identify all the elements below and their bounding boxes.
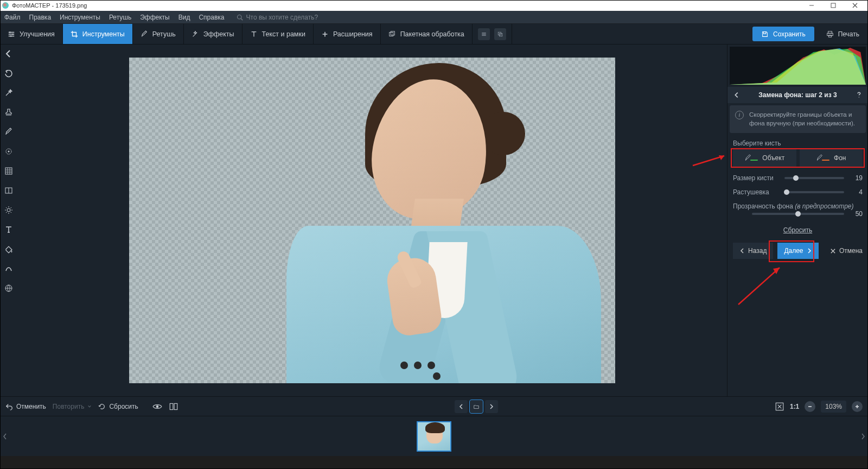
tab-batch[interactable]: Пакетная обработка [381,24,473,44]
reset-icon [98,403,106,410]
brush-selector: Объект Фон [727,149,868,167]
panel-back-icon[interactable] [733,91,741,99]
app-title: ФотоМАСТЕР - 173519.png [12,2,87,9]
vertical-toolbar [0,45,17,396]
menu-file[interactable]: Файл [4,14,21,21]
target-icon[interactable] [4,147,14,156]
menu-view[interactable]: Вид [178,14,190,21]
bucket-icon[interactable] [4,244,14,254]
chevron-right-icon [807,248,812,253]
brush-bg-button[interactable]: Фон [800,149,863,167]
panel-hint: i Скорректируйте границы объекта и фона … [730,105,866,133]
status-bar: Отменить Повторить Сбросить 1:1 103% [0,396,868,416]
save-icon [761,30,769,38]
reset-button[interactable]: Сбросить [98,403,138,410]
back-arrow-icon[interactable] [4,49,14,59]
compare-icon[interactable] [169,402,178,411]
menu-effects[interactable]: Эффекты [140,14,170,21]
filmstrip-prev[interactable] [0,416,10,456]
crop-icon [71,30,78,38]
search-placeholder[interactable]: Что вы хотите сделать? [246,14,318,21]
tab-effects[interactable]: Эффекты [184,24,242,44]
panel-nav-row: Назад Далее Отмена [727,239,868,262]
stamp-icon[interactable] [4,107,14,117]
brush-tool-icon[interactable] [4,127,14,137]
zoom-in-button[interactable] [852,401,863,412]
text-icon [250,30,258,38]
tab-tools[interactable]: Инструменты [63,24,133,44]
cancel-button[interactable]: Отмена [830,247,863,255]
subject-portrait [265,58,601,383]
next-button[interactable]: Далее [777,243,818,259]
help-icon[interactable] [855,91,863,99]
svg-point-20 [7,208,10,212]
tab-text-frames[interactable]: Текст и рамки [242,24,314,44]
zoom-out-button[interactable] [805,401,815,412]
svg-point-8 [10,35,12,37]
svg-point-4 [237,15,241,19]
main-toolbar: Улучшения Инструменты Ретушь Эффекты Тек… [0,24,868,45]
thumbnail-selected[interactable] [417,421,451,452]
bg-stroke [822,160,829,161]
menu-help[interactable]: Справка [199,14,224,21]
compare-icon[interactable] [4,186,14,195]
wand-icon [192,30,199,38]
svg-rect-1 [831,3,835,8]
save-button[interactable]: Сохранить [752,27,814,41]
maximize-button[interactable] [822,0,844,11]
copy-settings-icon[interactable] [494,28,506,40]
reset-link[interactable]: Сбросить [727,226,868,234]
image-nav [455,400,498,413]
globe-icon[interactable] [4,283,14,293]
open-folder-button[interactable] [470,400,483,413]
fit-screen-icon[interactable] [775,402,784,411]
canvas-area[interactable] [17,45,727,396]
histogram [730,47,866,85]
slider-brush-size[interactable]: Размер кисти 19 [727,171,868,185]
preview-eye-icon[interactable] [152,402,162,411]
panel-header: Замена фона: шаг 2 из 3 [727,87,868,103]
app-icon [2,2,9,9]
svg-rect-9 [389,32,393,36]
print-button[interactable]: Печать [818,24,868,44]
presets-icon[interactable] [478,28,490,40]
tab-enhancements[interactable]: Улучшения [0,24,63,44]
redo-icon[interactable] [4,68,14,78]
next-image-button[interactable] [485,400,498,413]
svg-line-24 [738,268,780,305]
image-canvas[interactable] [129,58,615,383]
sliders-icon [8,30,15,38]
svg-rect-28 [174,403,177,409]
filmstrip-next[interactable] [858,416,868,456]
menu-edit[interactable]: Правка [29,14,52,21]
info-icon: i [735,111,744,119]
svg-marker-25 [773,268,780,274]
prev-image-button[interactable] [455,400,468,413]
undo-icon [5,403,13,410]
svg-point-26 [156,405,159,408]
slider-feather[interactable]: Растушевка 4 [727,185,868,199]
minimize-button[interactable] [801,0,822,11]
batch-icon [388,30,396,38]
menu-tools[interactable]: Инструменты [60,14,100,21]
zoom-1to1-button[interactable]: 1:1 [790,403,799,410]
curve-icon[interactable] [4,264,14,274]
brightness-icon[interactable] [4,205,14,215]
redo-button[interactable]: Повторить [53,403,92,410]
menu-retouch[interactable]: Ретушь [109,14,131,21]
back-button[interactable]: Назад [733,243,773,259]
filmstrip [0,416,868,456]
close-button[interactable] [844,0,866,11]
menu-bar: Файл Правка Инструменты Ретушь Эффекты В… [0,11,868,24]
undo-button[interactable]: Отменить [5,403,46,410]
tab-extensions[interactable]: Расширения [314,24,381,44]
slider-opacity[interactable]: 50 [727,210,868,221]
grid-icon[interactable] [4,166,14,176]
magic-wand-icon[interactable] [4,88,14,98]
text-tool-icon[interactable] [4,225,14,234]
brush-object-button[interactable]: Объект [733,149,796,167]
zoom-percent[interactable]: 103% [821,401,846,413]
tab-retouch[interactable]: Ретушь [133,24,184,44]
brush-icon [141,30,148,38]
svg-rect-10 [391,31,394,35]
